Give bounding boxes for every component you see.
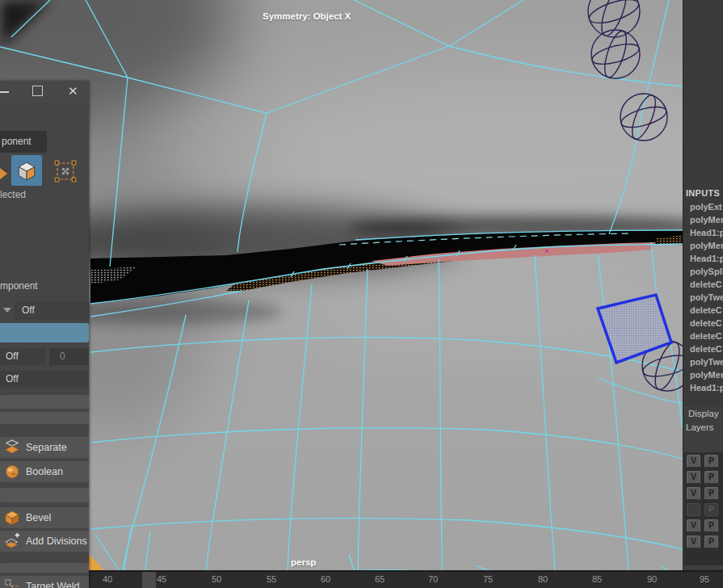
layer-row: V P [684,454,723,470]
layer-visibility-toggle[interactable]: V [687,471,700,484]
layer-visibility-toggle[interactable]: V [687,487,700,500]
layer-visibility-toggle[interactable]: V [687,536,700,548]
layer-row: V P [684,486,723,502]
channel-node-item[interactable]: polyTwe [690,357,723,367]
collapsed-section-bar[interactable] [0,563,89,573]
add-divisions-button[interactable]: Add Divisions [0,531,89,552]
object-mode-icon[interactable] [11,155,42,186]
maya-application-window: Symmetry: Object X persp ✕ ponent [0,0,723,588]
rotate-manipulator-sphere [586,0,641,39]
maximize-icon[interactable] [32,86,43,96]
selection-count-label: lected [0,189,26,200]
timeline-tick: 80 [538,574,548,584]
add-divisions-label: Add Divisions [26,536,87,547]
layer-playback-toggle[interactable]: P [704,536,718,548]
current-frame-indicator[interactable] [142,572,156,588]
channel-node-item[interactable]: polySpli [690,267,723,276]
pick-tool-icon[interactable] [0,163,8,184]
minimize-icon[interactable] [0,91,9,93]
channel-node-item[interactable]: polyMer [690,215,723,225]
layer-list: V P V P V P P V P V P [684,452,723,565]
camera-name-label: persp [291,557,316,567]
collapsed-section-bar[interactable] [0,488,89,502]
selected-face-quad[interactable] [598,295,671,363]
timeline-tick: 65 [375,574,385,584]
timeline-tick: 95 [700,574,709,584]
layer-playback-toggle[interactable]: P [704,455,718,468]
bevel-button[interactable]: Bevel [0,507,89,528]
bevel-label: Bevel [26,512,51,523]
channel-node-item[interactable]: polyMer [690,241,723,250]
tab-multi-component[interactable]: ponent [0,131,47,153]
timeline-tick: 90 [647,574,657,584]
layer-playback-toggle[interactable]: P [704,503,718,516]
layer-row: V P [684,519,723,535]
separate-button[interactable]: Separate [0,437,89,458]
boolean-label: Boolean [26,466,63,477]
viewport-3d[interactable]: Symmetry: Object X persp [0,0,723,588]
inputs-header: INPUTS [686,188,720,198]
value-field[interactable]: 0 [49,348,89,365]
layer-playback-toggle[interactable]: P [704,519,718,532]
layer-row: P [684,502,723,519]
separate-label: Separate [26,442,67,453]
viewport-scene[interactable] [0,0,723,588]
channel-node-item[interactable]: deleteC [690,331,723,341]
channel-node-item[interactable]: Head1:p [690,254,723,263]
timeline-tick: 70 [428,574,438,584]
marquee-select-icon[interactable] [52,158,79,184]
add-divisions-icon [3,532,21,550]
boolean-icon [3,463,21,481]
target-weld-label: Target Weld [26,581,79,588]
boolean-button[interactable]: Boolean [0,461,89,482]
toggle-field-off-2[interactable]: Off [0,371,89,388]
target-weld-button[interactable]: Target Weld [0,576,89,588]
channel-node-item[interactable]: polyTwe [690,292,723,302]
layer-editor-panel: Display Layers V P V P V P P V P [683,406,723,570]
channel-node-item[interactable]: Head1:p [690,383,723,393]
target-weld-icon [3,578,21,588]
timeline-tick: 40 [103,574,112,584]
highlighted-row[interactable] [0,323,89,342]
tab-layers[interactable]: Layers [686,422,714,432]
toggle-field-off[interactable]: Off [0,348,46,365]
timeline-tick: 50 [212,574,221,584]
layer-row: V P [684,470,723,486]
timeline-tick: 55 [267,574,276,584]
channel-node-item[interactable]: deleteC [690,305,723,315]
soft-select-dropdown[interactable]: Off [15,302,89,319]
channel-node-item[interactable]: deleteC [690,344,723,354]
timeline-tick: 60 [321,574,330,584]
timeline-tick: 85 [592,574,602,584]
chevron-down-icon[interactable] [3,308,11,313]
channel-node-item[interactable]: deleteC [690,279,723,289]
timeline-tick: 75 [483,574,493,584]
layer-visibility-toggle[interactable] [687,503,700,516]
collapsed-section-bar[interactable] [0,412,89,424]
timeline[interactable]: 40 45 50 55 60 65 70 75 80 85 90 95 [89,570,723,588]
tab-display[interactable]: Display [688,409,719,418]
channel-box-panel: INPUTS polyExt polyMer Head1:p polyMer H… [683,0,723,406]
section-label: mponent [0,280,38,292]
channel-node-item[interactable]: deleteC [690,318,723,328]
layer-visibility-toggle[interactable]: V [687,455,700,468]
symmetry-status-label: Symmetry: Object X [263,11,351,21]
separate-icon [3,439,21,456]
layer-row: V P [684,535,723,551]
channel-node-item[interactable]: polyMer [690,370,723,380]
collapsed-section-bar[interactable] [0,395,89,409]
timeline-tick: 45 [157,574,166,584]
bevel-icon [3,509,21,527]
close-icon[interactable]: ✕ [68,83,78,99]
modeling-toolkit-window: ✕ ponent lected mponent [0,81,89,588]
layer-playback-toggle[interactable]: P [704,487,718,500]
layer-visibility-toggle[interactable]: V [687,519,700,532]
layer-playback-toggle[interactable]: P [704,471,718,484]
channel-node-item[interactable]: Head1:p [690,228,723,237]
channel-node-item[interactable]: polyExt [690,202,723,212]
window-titlebar[interactable]: ✕ [0,81,89,103]
